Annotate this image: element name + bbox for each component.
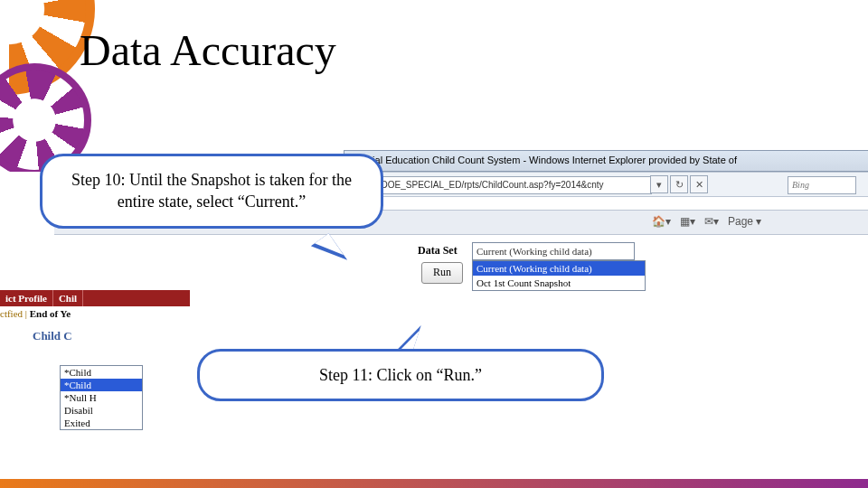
refresh-icon[interactable]: ↻	[670, 175, 688, 193]
list-item[interactable]: *Child	[61, 366, 142, 379]
panel-header: Child C	[33, 329, 72, 343]
run-button[interactable]: Run	[421, 262, 463, 284]
dataset-label: Data Set	[418, 244, 458, 258]
report-listbox[interactable]: *Child *Child *Null H Disabil Exited	[60, 365, 143, 430]
sub-nav: ctfied | End of Ye	[0, 306, 190, 321]
dataset-dropdown-list[interactable]: Current (Working child data) Oct 1st Cou…	[472, 260, 646, 291]
list-item[interactable]: *Null H	[61, 391, 142, 404]
slide-title: Data Accuracy	[80, 25, 336, 75]
address-bar[interactable]: cal/DOE_SPECIAL_ED/rpts/ChildCount.asp?f…	[363, 176, 652, 194]
address-nav-buttons: ▾ ↻ ✕	[650, 175, 708, 193]
footer-accent-bar	[0, 479, 868, 488]
search-engine-box[interactable]: Bing	[788, 176, 856, 194]
tab-ict-profile[interactable]: ict Profile	[0, 290, 53, 306]
feeds-icon[interactable]: ▦▾	[680, 213, 695, 230]
dropdown-icon[interactable]: ▾	[650, 175, 668, 193]
list-item[interactable]: Disabil	[61, 404, 142, 417]
callout-step-10: Step 10: Until the Snapshot is taken for…	[40, 154, 383, 229]
dataset-select[interactable]: Current (Working child data)	[472, 242, 635, 260]
home-icon[interactable]: 🏠▾	[652, 213, 671, 230]
callout-step-11: Step 11: Click on “Run.”	[197, 349, 604, 401]
tab-chil[interactable]: Chil	[53, 290, 83, 306]
dataset-option[interactable]: Oct 1st Count Snapshot	[473, 276, 645, 290]
tab-strip: ict Profile Chil	[0, 290, 190, 306]
page-menu[interactable]: Page ▾	[728, 213, 761, 230]
window-titlebar: Special Education Child Count System - W…	[344, 150, 868, 172]
stop-icon[interactable]: ✕	[690, 175, 708, 193]
mail-icon[interactable]: ✉▾	[704, 213, 719, 230]
list-item[interactable]: Exited	[61, 417, 142, 429]
dataset-option[interactable]: Current (Working child data)	[473, 261, 645, 276]
list-item[interactable]: *Child	[61, 379, 142, 391]
